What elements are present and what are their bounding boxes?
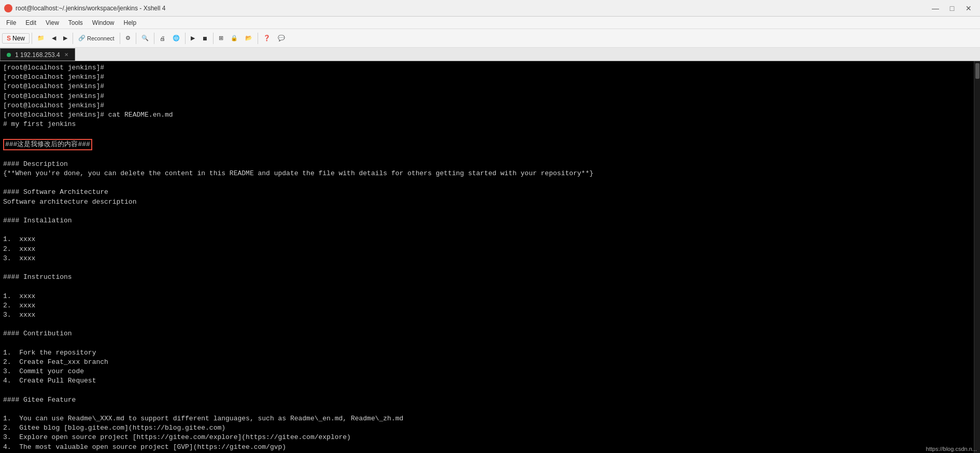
new-icon: S xyxy=(7,35,11,42)
minimize-button[interactable]: — xyxy=(928,3,943,14)
settings-icon: ⚙ xyxy=(125,35,131,41)
menu-file[interactable]: File xyxy=(2,18,20,27)
play-icon: ▶ xyxy=(191,35,195,41)
status-url: https://blog.csdn.n... xyxy=(926,446,977,452)
new-label: New xyxy=(12,35,25,42)
menu-help[interactable]: Help xyxy=(120,18,141,27)
back-button[interactable]: ◀ xyxy=(49,33,59,43)
close-button[interactable]: ✕ xyxy=(961,3,976,14)
stop-icon: ⏹ xyxy=(202,35,208,41)
toolbar-separator-2 xyxy=(73,33,73,44)
menu-window[interactable]: Window xyxy=(88,18,119,27)
toolbar-separator-4 xyxy=(136,33,136,44)
toolbar-separator-6 xyxy=(185,33,186,44)
menu-view[interactable]: View xyxy=(41,18,63,27)
connection-status-indicator xyxy=(7,53,11,57)
forward-button[interactable]: ▶ xyxy=(60,33,70,43)
toolbar-separator-5 xyxy=(154,33,154,44)
lock-button[interactable]: 🔒 xyxy=(228,33,241,43)
terminal-scrollbar[interactable] xyxy=(974,61,980,453)
reconnect-icon: 🔗 xyxy=(78,35,86,41)
scrollbar-thumb[interactable] xyxy=(975,63,979,79)
print-button[interactable]: 🖨 xyxy=(157,34,168,43)
open-folder-icon: 📂 xyxy=(245,35,252,41)
app-icon xyxy=(4,4,12,12)
tab-label: 1 192.168.253.4 xyxy=(15,51,60,59)
grid-button[interactable]: ⊞ xyxy=(216,33,226,43)
toolbar-separator-8 xyxy=(258,33,258,44)
stop-button[interactable]: ⏹ xyxy=(199,34,211,43)
title-bar-left: root@localhost:~/.jenkins/workspace/jenk… xyxy=(4,4,165,12)
open-folder-button[interactable]: 📂 xyxy=(242,33,255,43)
status-bar: https://blog.csdn.n... xyxy=(923,445,980,453)
print-icon: 🖨 xyxy=(160,35,165,41)
window-controls: — □ ✕ xyxy=(928,3,976,14)
chat-button[interactable]: 💬 xyxy=(275,33,288,43)
find-icon: 🔍 xyxy=(141,35,149,41)
globe-button[interactable]: 🌐 xyxy=(169,33,183,43)
menu-tools[interactable]: Tools xyxy=(64,18,87,27)
forward-icon: ▶ xyxy=(63,35,67,41)
play-button[interactable]: ▶ xyxy=(188,33,198,43)
folder-icon: 📁 xyxy=(37,35,45,41)
folder-button[interactable]: 📁 xyxy=(34,33,48,43)
tab-close-button[interactable]: ✕ xyxy=(64,52,68,58)
maximize-button[interactable]: □ xyxy=(945,3,959,14)
back-icon: ◀ xyxy=(52,35,56,41)
menu-edit[interactable]: Edit xyxy=(21,18,40,27)
window-title: root@localhost:~/.jenkins/workspace/jenk… xyxy=(16,5,165,12)
terminal-container: [root@localhost jenkins]# [root@localhos… xyxy=(0,61,980,453)
settings-button[interactable]: ⚙ xyxy=(122,33,134,43)
grid-icon: ⊞ xyxy=(219,35,223,41)
terminal-output[interactable]: [root@localhost jenkins]# [root@localhos… xyxy=(0,61,974,453)
new-button[interactable]: S New xyxy=(2,33,30,44)
menu-bar: File Edit View Tools Window Help xyxy=(0,17,980,29)
find-button[interactable]: 🔍 xyxy=(138,33,152,43)
reconnect-button[interactable]: 🔗 Reconnect xyxy=(75,33,118,43)
toolbar-separator-1 xyxy=(32,33,32,44)
title-bar: root@localhost:~/.jenkins/workspace/jenk… xyxy=(0,0,980,17)
toolbar: S New 📁 ◀ ▶ 🔗 Reconnect ⚙ 🔍 🖨 🌐 ▶ ⏹ ⊞ 🔒 … xyxy=(0,29,980,48)
globe-icon: 🌐 xyxy=(173,35,180,41)
help-icon: ❓ xyxy=(263,35,271,41)
toolbar-separator-3 xyxy=(120,33,120,44)
tab-bar: 1 192.168.253.4 ✕ xyxy=(0,48,980,61)
toolbar-separator-7 xyxy=(213,33,214,44)
chat-icon: 💬 xyxy=(278,35,285,41)
tab-session-1[interactable]: 1 192.168.253.4 ✕ xyxy=(0,48,75,61)
lock-icon: 🔒 xyxy=(231,35,238,41)
help-button[interactable]: ❓ xyxy=(260,33,274,43)
